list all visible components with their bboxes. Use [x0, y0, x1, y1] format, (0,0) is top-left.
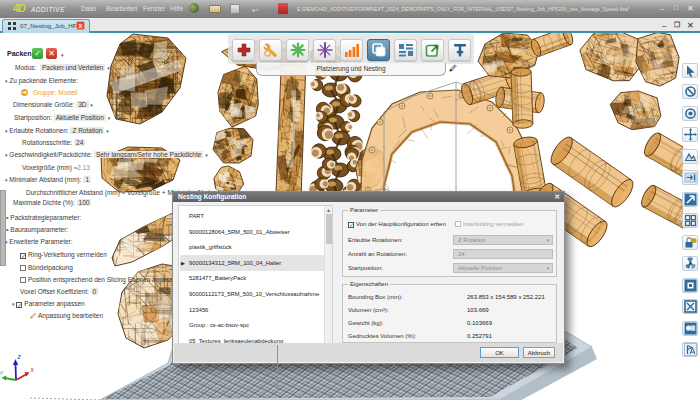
svg-text:x: x — [30, 366, 35, 373]
svg-text:y: y — [0, 369, 4, 375]
svg-text:z: z — [17, 353, 22, 360]
